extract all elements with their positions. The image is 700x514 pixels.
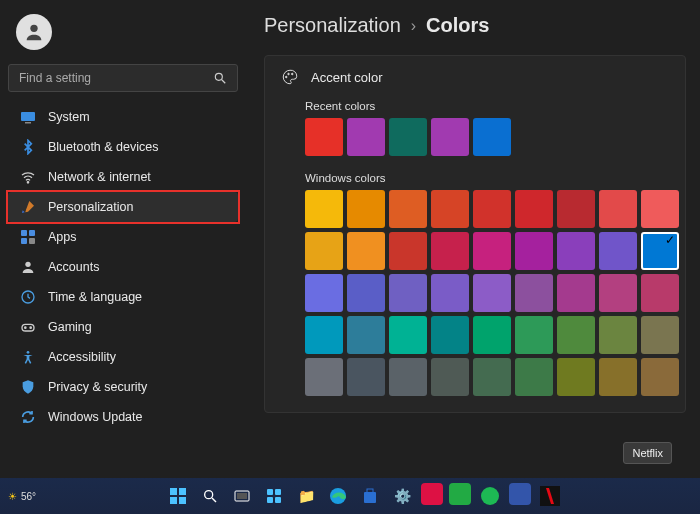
- sidebar-item-update[interactable]: Windows Update: [8, 402, 238, 432]
- svg-rect-26: [237, 493, 247, 499]
- sidebar-item-system[interactable]: System: [8, 102, 238, 132]
- search-box[interactable]: [8, 64, 238, 92]
- sidebar-item-privacy[interactable]: Privacy & security: [8, 372, 238, 402]
- windows-color-swatch[interactable]: [305, 358, 343, 396]
- windows-color-swatch[interactable]: [515, 190, 553, 228]
- windows-color-swatch[interactable]: [389, 274, 427, 312]
- windows-color-swatch[interactable]: [641, 358, 679, 396]
- svg-point-15: [27, 351, 30, 354]
- windows-color-swatch[interactable]: [431, 358, 469, 396]
- windows-color-swatch[interactable]: [431, 232, 469, 270]
- windows-color-swatch[interactable]: [305, 316, 343, 354]
- sidebar-item-label: Windows Update: [48, 410, 143, 424]
- windows-colors-label: Windows colors: [305, 172, 669, 184]
- avatar: [16, 14, 52, 50]
- store-icon[interactable]: [357, 483, 383, 509]
- windows-color-swatch[interactable]: [305, 274, 343, 312]
- windows-color-swatch[interactable]: [347, 358, 385, 396]
- app-icon-1[interactable]: [421, 483, 443, 505]
- recent-color-swatch[interactable]: [431, 118, 469, 156]
- recent-color-swatch[interactable]: [473, 118, 511, 156]
- profile-block[interactable]: [8, 10, 238, 64]
- windows-color-swatch[interactable]: [557, 274, 595, 312]
- sidebar-item-apps[interactable]: Apps: [8, 222, 238, 252]
- svg-point-10: [25, 262, 30, 267]
- windows-color-swatch[interactable]: [347, 232, 385, 270]
- sidebar-item-time[interactable]: Time & language: [8, 282, 238, 312]
- widgets-icon[interactable]: [261, 483, 287, 509]
- windows-color-swatch[interactable]: [641, 316, 679, 354]
- windows-color-swatch[interactable]: [599, 358, 637, 396]
- windows-color-swatch[interactable]: [473, 316, 511, 354]
- breadcrumb-parent[interactable]: Personalization: [264, 14, 401, 37]
- windows-color-swatch[interactable]: [641, 274, 679, 312]
- windows-color-swatch[interactable]: [515, 274, 553, 312]
- recent-color-swatch[interactable]: [347, 118, 385, 156]
- windows-color-swatch[interactable]: [599, 232, 637, 270]
- windows-color-swatch[interactable]: [347, 190, 385, 228]
- accent-color-panel: Accent color Recent colors Windows color…: [264, 55, 686, 413]
- windows-color-swatch[interactable]: [515, 358, 553, 396]
- windows-color-swatch[interactable]: [599, 190, 637, 228]
- sidebar-item-personalization[interactable]: Personalization: [8, 192, 238, 222]
- windows-color-swatch[interactable]: [557, 232, 595, 270]
- windows-color-swatch[interactable]: [515, 232, 553, 270]
- explorer-icon[interactable]: 📁: [293, 483, 319, 509]
- app-icon-2[interactable]: [449, 483, 471, 505]
- svg-rect-8: [21, 238, 27, 244]
- windows-color-swatch[interactable]: [473, 358, 511, 396]
- windows-color-swatch[interactable]: [389, 232, 427, 270]
- windows-color-swatch[interactable]: [473, 232, 511, 270]
- spotify-icon[interactable]: [477, 483, 503, 509]
- windows-color-swatch[interactable]: [347, 316, 385, 354]
- windows-color-swatch[interactable]: [473, 274, 511, 312]
- sidebar-item-bluetooth[interactable]: Bluetooth & devices: [8, 132, 238, 162]
- windows-color-swatch[interactable]: [389, 316, 427, 354]
- windows-color-swatch[interactable]: [641, 190, 679, 228]
- edge-icon[interactable]: [325, 483, 351, 509]
- settings-icon[interactable]: ⚙️: [389, 483, 415, 509]
- windows-color-swatch[interactable]: [389, 358, 427, 396]
- windows-color-swatch[interactable]: [389, 190, 427, 228]
- app-icon-3[interactable]: [509, 483, 531, 505]
- windows-colors-grid: [305, 190, 685, 396]
- gaming-icon: [20, 319, 36, 335]
- windows-color-swatch[interactable]: [431, 316, 469, 354]
- recent-color-swatch[interactable]: [305, 118, 343, 156]
- windows-color-swatch[interactable]: [641, 232, 679, 270]
- windows-color-swatch[interactable]: [557, 190, 595, 228]
- panel-header: Accent color: [281, 68, 669, 86]
- taskview-icon[interactable]: [229, 483, 255, 509]
- windows-color-swatch[interactable]: [473, 190, 511, 228]
- windows-color-swatch[interactable]: [305, 232, 343, 270]
- windows-color-swatch[interactable]: [557, 316, 595, 354]
- sidebar-item-label: Accounts: [48, 260, 99, 274]
- windows-color-swatch[interactable]: [515, 316, 553, 354]
- sidebar-item-gaming[interactable]: Gaming: [8, 312, 238, 342]
- tooltip: Netflix: [623, 442, 672, 464]
- windows-color-swatch[interactable]: [347, 274, 385, 312]
- windows-color-swatch[interactable]: [599, 274, 637, 312]
- sidebar-item-accounts[interactable]: Accounts: [8, 252, 238, 282]
- taskbar[interactable]: ☀ 56° 📁 ⚙️: [0, 478, 700, 514]
- start-button[interactable]: [165, 483, 191, 509]
- breadcrumb: Personalization › Colors: [264, 14, 686, 37]
- recent-color-swatch[interactable]: [389, 118, 427, 156]
- windows-color-swatch[interactable]: [431, 190, 469, 228]
- paintbrush-icon: [20, 199, 36, 215]
- sidebar-item-accessibility[interactable]: Accessibility: [8, 342, 238, 372]
- nav-list: System Bluetooth & devices Network & int…: [8, 102, 238, 432]
- netflix-icon[interactable]: [537, 483, 563, 509]
- windows-color-swatch[interactable]: [557, 358, 595, 396]
- windows-color-swatch[interactable]: [599, 316, 637, 354]
- taskbar-search-icon[interactable]: [197, 483, 223, 509]
- svg-rect-30: [275, 497, 281, 503]
- taskbar-weather[interactable]: ☀ 56°: [8, 491, 36, 502]
- chevron-right-icon: ›: [411, 17, 416, 35]
- windows-color-swatch[interactable]: [305, 190, 343, 228]
- svg-rect-29: [267, 497, 273, 503]
- panel-title: Accent color: [311, 70, 383, 85]
- sidebar-item-network[interactable]: Network & internet: [8, 162, 238, 192]
- search-input[interactable]: [19, 71, 196, 85]
- windows-color-swatch[interactable]: [431, 274, 469, 312]
